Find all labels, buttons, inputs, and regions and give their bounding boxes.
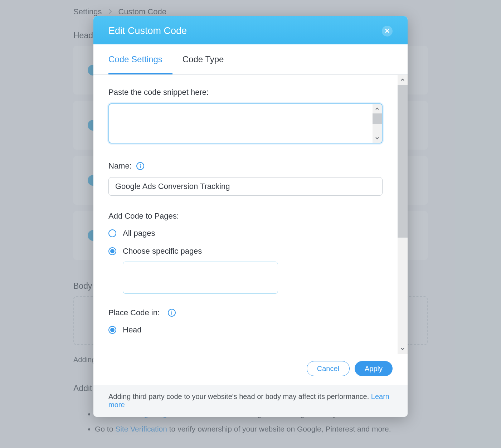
scroll-down-icon[interactable] (373, 133, 382, 143)
tab-code-type[interactable]: Code Type (183, 44, 234, 74)
radio-specific-pages[interactable]: Choose specific pages (108, 247, 383, 256)
name-input[interactable] (108, 177, 383, 196)
modal-scrollbar[interactable] (398, 75, 408, 354)
close-button[interactable] (382, 26, 393, 36)
footer-text: Adding third party code to your website'… (108, 393, 371, 400)
modal-tabs: Code Settings Code Type (93, 44, 408, 75)
modal-header: Edit Custom Code (93, 16, 408, 44)
radio-all-pages[interactable]: All pages (108, 229, 383, 238)
radio-head[interactable]: Head (108, 325, 383, 335)
modal-title: Edit Custom Code (108, 25, 187, 36)
scrollbar-thumb[interactable] (373, 113, 382, 124)
tab-code-settings[interactable]: Code Settings (108, 44, 172, 74)
radio-icon (108, 247, 116, 255)
code-snippet-textarea[interactable] (109, 104, 373, 143)
scroll-up-icon[interactable] (398, 75, 408, 85)
code-textarea-container (108, 103, 383, 143)
pages-radio-group: All pages Choose specific pages (108, 229, 383, 294)
radio-label: All pages (123, 229, 155, 238)
scroll-down-icon[interactable] (398, 344, 408, 354)
radio-label: Choose specific pages (123, 247, 202, 256)
svg-point-1 (140, 164, 141, 165)
radio-icon (108, 229, 116, 237)
info-icon[interactable] (136, 162, 145, 170)
scrollbar-track[interactable] (398, 85, 408, 344)
add-code-pages-label: Add Code to Pages: (108, 211, 383, 221)
apply-button[interactable]: Apply (355, 361, 393, 376)
radio-icon (108, 326, 116, 334)
scroll-up-icon[interactable] (373, 104, 382, 113)
modal-body: Paste the code snippet here: Name: (93, 75, 398, 354)
modal-footer-note: Adding third party code to your website'… (93, 385, 408, 417)
scrollbar-track[interactable] (373, 124, 382, 133)
place-code-label-row: Place Code in: (108, 308, 383, 317)
specific-pages-input[interactable] (123, 262, 278, 294)
radio-label: Head (123, 325, 142, 335)
svg-rect-2 (140, 166, 141, 168)
modal-actions: Cancel Apply (93, 354, 408, 385)
paste-code-label: Paste the code snippet here: (108, 88, 383, 97)
cancel-button[interactable]: Cancel (307, 361, 350, 376)
place-code-label: Place Code in: (108, 308, 160, 317)
name-label: Name: (108, 161, 132, 171)
svg-rect-5 (171, 312, 172, 315)
scrollbar-thumb[interactable] (398, 85, 408, 238)
edit-custom-code-modal: Edit Custom Code Code Settings Code Type… (93, 16, 408, 417)
name-label-row: Name: (108, 161, 383, 171)
textarea-scrollbar[interactable] (373, 104, 382, 143)
info-icon[interactable] (167, 308, 176, 317)
svg-point-4 (171, 311, 172, 312)
close-icon (385, 28, 389, 34)
